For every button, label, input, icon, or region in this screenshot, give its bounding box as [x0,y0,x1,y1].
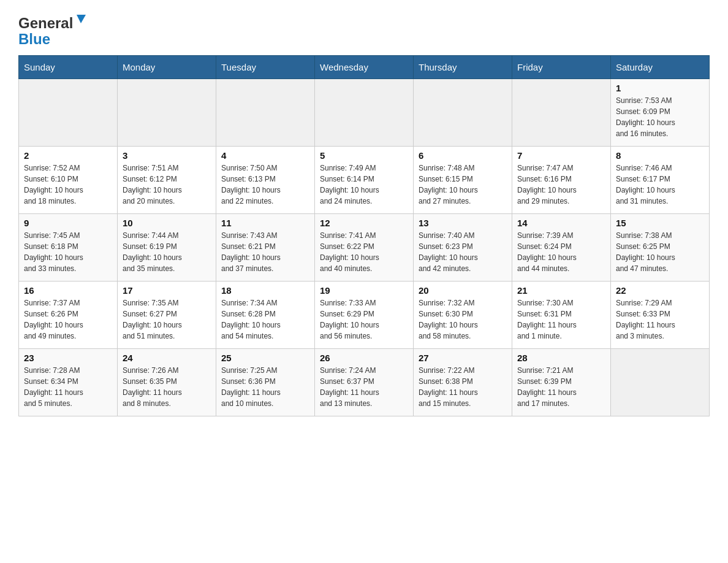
calendar-week-row: 2Sunrise: 7:52 AM Sunset: 6:10 PM Daylig… [19,147,710,214]
day-number: 16 [24,285,112,296]
svg-text:General: General [18,15,73,31]
day-info: Sunrise: 7:29 AM Sunset: 6:33 PM Dayligh… [616,297,704,342]
day-number: 4 [221,150,309,161]
logo: GeneralBlue [18,12,92,49]
day-info: Sunrise: 7:47 AM Sunset: 6:16 PM Dayligh… [517,163,605,207]
calendar-week-row: 16Sunrise: 7:37 AM Sunset: 6:26 PM Dayli… [19,282,710,349]
day-info: Sunrise: 7:49 AM Sunset: 6:14 PM Dayligh… [320,163,408,207]
day-info: Sunrise: 7:50 AM Sunset: 6:13 PM Dayligh… [221,163,309,207]
calendar-day-cell [512,79,611,147]
day-info: Sunrise: 7:46 AM Sunset: 6:17 PM Dayligh… [616,163,704,207]
day-info: Sunrise: 7:26 AM Sunset: 6:35 PM Dayligh… [123,365,211,409]
calendar-day-cell: 17Sunrise: 7:35 AM Sunset: 6:27 PM Dayli… [118,282,216,349]
day-header-sunday: Sunday [19,56,118,79]
calendar-day-cell: 24Sunrise: 7:26 AM Sunset: 6:35 PM Dayli… [118,349,216,416]
day-header-tuesday: Tuesday [216,56,315,79]
day-number: 5 [320,150,408,161]
day-info: Sunrise: 7:32 AM Sunset: 6:30 PM Dayligh… [419,297,507,342]
day-number: 28 [517,353,605,363]
day-number: 15 [616,218,704,228]
calendar-day-cell: 1Sunrise: 7:53 AM Sunset: 6:09 PM Daylig… [611,79,710,147]
day-info: Sunrise: 7:30 AM Sunset: 6:31 PM Dayligh… [517,297,605,342]
calendar-week-row: 23Sunrise: 7:28 AM Sunset: 6:34 PM Dayli… [19,349,710,416]
day-number: 8 [616,150,704,161]
day-number: 9 [24,218,112,228]
calendar-day-cell: 8Sunrise: 7:46 AM Sunset: 6:17 PM Daylig… [611,147,710,214]
logo-svg: GeneralBlue [18,12,92,49]
calendar-day-cell: 20Sunrise: 7:32 AM Sunset: 6:30 PM Dayli… [414,282,512,349]
calendar-day-cell: 22Sunrise: 7:29 AM Sunset: 6:33 PM Dayli… [611,282,710,349]
calendar-table: SundayMondayTuesdayWednesdayThursdayFrid… [18,55,710,416]
day-number: 25 [221,353,309,363]
day-info: Sunrise: 7:39 AM Sunset: 6:24 PM Dayligh… [517,230,605,274]
day-info: Sunrise: 7:45 AM Sunset: 6:18 PM Dayligh… [24,230,112,274]
day-info: Sunrise: 7:48 AM Sunset: 6:15 PM Dayligh… [419,163,507,207]
day-info: Sunrise: 7:34 AM Sunset: 6:28 PM Dayligh… [221,297,309,342]
calendar-day-cell: 14Sunrise: 7:39 AM Sunset: 6:24 PM Dayli… [512,214,611,282]
day-info: Sunrise: 7:21 AM Sunset: 6:39 PM Dayligh… [517,365,605,409]
day-info: Sunrise: 7:35 AM Sunset: 6:27 PM Dayligh… [123,297,211,342]
calendar-day-cell: 11Sunrise: 7:43 AM Sunset: 6:21 PM Dayli… [216,214,315,282]
calendar-day-cell: 2Sunrise: 7:52 AM Sunset: 6:10 PM Daylig… [19,147,118,214]
calendar-day-cell: 10Sunrise: 7:44 AM Sunset: 6:19 PM Dayli… [118,214,216,282]
day-number: 17 [123,285,211,296]
day-number: 14 [517,218,605,228]
day-number: 23 [24,353,112,363]
calendar-day-cell: 9Sunrise: 7:45 AM Sunset: 6:18 PM Daylig… [19,214,118,282]
calendar-day-cell [611,349,710,416]
day-number: 11 [221,218,309,228]
calendar-day-cell [414,79,512,147]
calendar-week-row: 9Sunrise: 7:45 AM Sunset: 6:18 PM Daylig… [19,214,710,282]
day-number: 19 [320,285,408,296]
calendar-day-cell: 3Sunrise: 7:51 AM Sunset: 6:12 PM Daylig… [118,147,216,214]
day-info: Sunrise: 7:44 AM Sunset: 6:19 PM Dayligh… [123,230,211,274]
day-number: 20 [419,285,507,296]
day-number: 6 [419,150,507,161]
calendar-day-cell [19,79,118,147]
day-header-thursday: Thursday [414,56,512,79]
day-header-monday: Monday [118,56,216,79]
svg-text:Blue: Blue [18,31,50,47]
day-info: Sunrise: 7:43 AM Sunset: 6:21 PM Dayligh… [221,230,309,274]
calendar-day-cell: 15Sunrise: 7:38 AM Sunset: 6:25 PM Dayli… [611,214,710,282]
calendar-day-cell: 7Sunrise: 7:47 AM Sunset: 6:16 PM Daylig… [512,147,611,214]
calendar-day-cell [118,79,216,147]
day-number: 10 [123,218,211,228]
day-number: 18 [221,285,309,296]
calendar-day-cell: 19Sunrise: 7:33 AM Sunset: 6:29 PM Dayli… [315,282,414,349]
day-number: 12 [320,218,408,228]
calendar-day-cell: 23Sunrise: 7:28 AM Sunset: 6:34 PM Dayli… [19,349,118,416]
day-info: Sunrise: 7:38 AM Sunset: 6:25 PM Dayligh… [616,230,704,274]
day-number: 13 [419,218,507,228]
calendar-day-cell [216,79,315,147]
svg-marker-1 [77,15,86,23]
day-info: Sunrise: 7:25 AM Sunset: 6:36 PM Dayligh… [221,365,309,409]
day-info: Sunrise: 7:33 AM Sunset: 6:29 PM Dayligh… [320,297,408,342]
day-info: Sunrise: 7:52 AM Sunset: 6:10 PM Dayligh… [24,163,112,207]
day-header-friday: Friday [512,56,611,79]
day-number: 22 [616,285,704,296]
day-info: Sunrise: 7:22 AM Sunset: 6:38 PM Dayligh… [419,365,507,409]
day-number: 27 [419,353,507,363]
calendar-day-cell: 12Sunrise: 7:41 AM Sunset: 6:22 PM Dayli… [315,214,414,282]
day-info: Sunrise: 7:37 AM Sunset: 6:26 PM Dayligh… [24,297,112,342]
day-info: Sunrise: 7:51 AM Sunset: 6:12 PM Dayligh… [123,163,211,207]
calendar-day-cell [315,79,414,147]
calendar-day-cell: 4Sunrise: 7:50 AM Sunset: 6:13 PM Daylig… [216,147,315,214]
calendar-day-cell: 13Sunrise: 7:40 AM Sunset: 6:23 PM Dayli… [414,214,512,282]
calendar-day-cell: 28Sunrise: 7:21 AM Sunset: 6:39 PM Dayli… [512,349,611,416]
day-number: 1 [616,83,704,93]
day-info: Sunrise: 7:28 AM Sunset: 6:34 PM Dayligh… [24,365,112,409]
day-header-saturday: Saturday [611,56,710,79]
calendar-day-cell: 6Sunrise: 7:48 AM Sunset: 6:15 PM Daylig… [414,147,512,214]
day-number: 24 [123,353,211,363]
page-header: GeneralBlue [18,12,710,49]
day-number: 2 [24,150,112,161]
day-number: 7 [517,150,605,161]
day-info: Sunrise: 7:41 AM Sunset: 6:22 PM Dayligh… [320,230,408,274]
calendar-day-cell: 25Sunrise: 7:25 AM Sunset: 6:36 PM Dayli… [216,349,315,416]
day-header-wednesday: Wednesday [315,56,414,79]
calendar-day-cell: 16Sunrise: 7:37 AM Sunset: 6:26 PM Dayli… [19,282,118,349]
calendar-week-row: 1Sunrise: 7:53 AM Sunset: 6:09 PM Daylig… [19,79,710,147]
calendar-day-cell: 21Sunrise: 7:30 AM Sunset: 6:31 PM Dayli… [512,282,611,349]
